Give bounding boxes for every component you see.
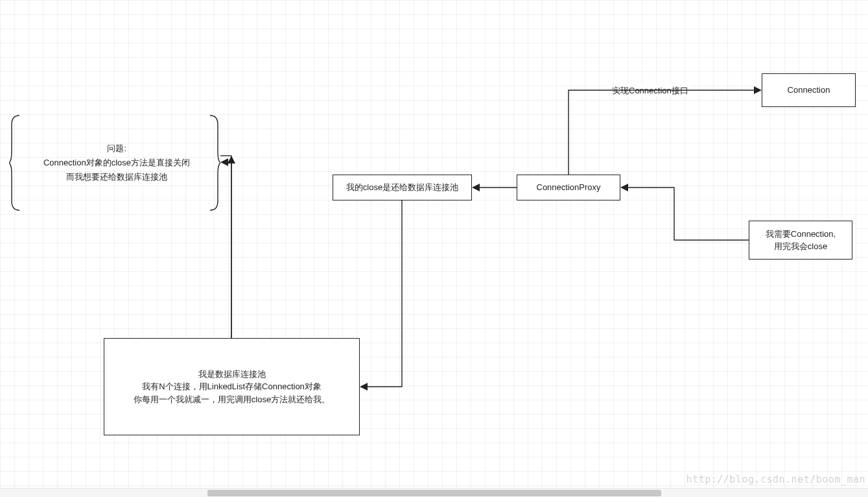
note-problem: 问题: Connection对象的close方法是直接关闭 而我想要还给数据库连…: [19, 127, 214, 199]
text-line: 我需要Connection,: [766, 228, 836, 241]
text-line: 我是数据库连接池: [198, 368, 266, 381]
text-line: 用完我会close: [774, 240, 827, 253]
text-line: 而我想要还给数据库连接池: [66, 170, 167, 184]
diagram-canvas: 问题: Connection对象的close方法是直接关闭 而我想要还给数据库连…: [0, 0, 868, 497]
scrollbar-thumb[interactable]: [207, 490, 661, 496]
text-line: Connection对象的close方法是直接关闭: [43, 156, 190, 170]
node-label: Connection: [788, 84, 830, 97]
node-label: 我的close是还给数据库连接池: [346, 181, 458, 194]
edge-label-implements: 实现Connection接口: [609, 85, 691, 97]
watermark: http://blog.csdn.net/boom_man: [686, 474, 865, 485]
node-connection-proxy: ConnectionProxy: [517, 175, 620, 200]
node-connection: Connection: [762, 73, 856, 107]
node-client: 我需要Connection, 用完我会close: [749, 221, 852, 260]
node-connection-pool: 我是数据库连接池 我有N个连接，用LinkedList存储Connection对…: [104, 338, 360, 435]
node-label: ConnectionProxy: [537, 181, 601, 194]
horizontal-scrollbar[interactable]: [0, 488, 868, 497]
text-line: 你每用一个我就减一，用完调用close方法就还给我。: [134, 393, 330, 406]
text-line: 问题:: [107, 141, 126, 156]
text-line: 我有N个连接，用LinkedList存储Connection对象: [142, 380, 322, 393]
node-close: 我的close是还给数据库连接池: [333, 175, 472, 200]
